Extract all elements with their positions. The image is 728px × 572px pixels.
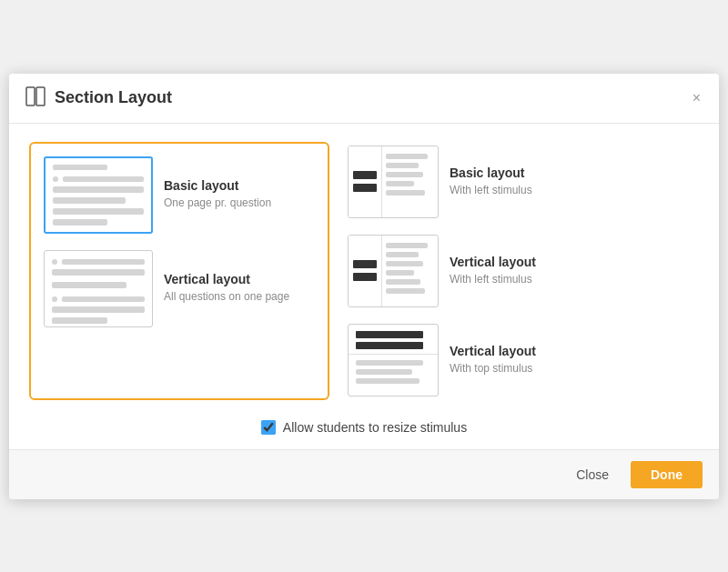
- stim-line-v6: [386, 288, 425, 294]
- modal-footer: Close Done: [9, 449, 719, 499]
- thumb-line: [53, 165, 107, 170]
- stim-line-3: [386, 172, 423, 177]
- layout-group-left: Basic layout One page pr. question: [29, 142, 329, 400]
- svg-rect-1: [36, 87, 45, 105]
- stim-left-2: [349, 236, 381, 306]
- stim-line-v4: [386, 270, 414, 276]
- stim-bar-1: [353, 171, 377, 179]
- section-layout-modal: Section Layout ×: [9, 74, 719, 499]
- layout-name-basic: Basic layout: [164, 178, 271, 193]
- stim-top-bar-2: [356, 342, 423, 349]
- stim-content-2: [381, 236, 438, 306]
- close-icon-button[interactable]: ×: [687, 87, 706, 109]
- layout-name-vls: Vertical layout: [450, 255, 536, 269]
- stim-line-1: [386, 154, 428, 159]
- layout-thumbnail-basic-left-stim: [348, 146, 439, 218]
- layout-desc-bls: With left stimulus: [450, 183, 532, 198]
- layout-card-vertical-left-stim[interactable]: Vertical layout With left stimulus: [344, 231, 699, 311]
- layout-desc-basic: One page pr. question: [164, 196, 271, 211]
- thumb-dot-line-v2: [62, 296, 145, 302]
- layout-thumbnail-vertical-left-stim: [348, 235, 439, 307]
- stim-line-v1: [386, 243, 428, 248]
- thumb-dot-v1: [52, 259, 57, 265]
- layout-name-vertical: Vertical layout: [164, 272, 289, 286]
- thumb-dot-line: [63, 176, 144, 182]
- stim-line-v2: [386, 252, 419, 257]
- thumb-line-v4: [52, 317, 107, 324]
- modal-title: Section Layout: [55, 88, 172, 107]
- stim-top: [349, 325, 438, 355]
- layout-card-basic[interactable]: Basic layout One page pr. question: [40, 153, 318, 237]
- resize-stimulus-label: Allow students to resize stimulus: [283, 420, 467, 435]
- stim-top-line-2: [356, 369, 412, 375]
- stim-content-1: [381, 146, 438, 217]
- stim-line-v5: [386, 279, 420, 285]
- layout-desc-vts: With top stimulus: [450, 361, 536, 376]
- thumb-line-full2: [53, 208, 144, 215]
- done-button[interactable]: Done: [631, 461, 703, 488]
- layout-desc-vls: With left stimulus: [450, 272, 536, 287]
- close-button[interactable]: Close: [563, 461, 622, 488]
- modal-header: Section Layout ×: [9, 74, 719, 124]
- stim-top-line-1: [356, 360, 423, 366]
- thumb-dot-row-v1: [52, 259, 145, 265]
- thumb-line-med: [53, 197, 126, 204]
- svg-rect-0: [26, 87, 35, 105]
- layout-thumbnail-vertical-top-stim: [348, 324, 439, 396]
- layout-card-basic-left-stim[interactable]: Basic layout With left stimulus: [344, 142, 699, 222]
- layout-thumbnail-basic: [44, 156, 153, 234]
- resize-stimulus-checkbox[interactable]: [261, 420, 276, 435]
- stim-bar-v1: [353, 260, 377, 268]
- stim-line-2: [386, 163, 419, 168]
- layout-card-vertical[interactable]: Vertical layout All questions on one pag…: [40, 246, 318, 331]
- checkbox-row: Allow students to resize stimulus: [9, 413, 719, 449]
- thumb-dot-v2: [52, 296, 57, 302]
- section-layout-icon: [25, 86, 46, 110]
- layout-info-basic-left-stim: Basic layout With left stimulus: [450, 166, 532, 198]
- thumb-line-v2: [52, 282, 126, 288]
- stim-line-4: [386, 181, 414, 186]
- thumb-vert-rows: [52, 259, 145, 324]
- layout-thumbnail-vertical: [44, 250, 153, 327]
- layout-name-bls: Basic layout: [450, 166, 532, 180]
- layout-name-vts: Vertical layout: [450, 344, 536, 358]
- layout-desc-vertical: All questions on one page: [164, 289, 289, 305]
- layout-info-vertical-top-stim: Vertical layout With top stimulus: [450, 344, 536, 376]
- thumb-line-v1: [52, 269, 145, 276]
- thumb-dot-rows: [53, 176, 144, 226]
- layout-info-vertical: Vertical layout All questions on one pag…: [164, 272, 289, 305]
- modal-body: Basic layout One page pr. question: [9, 124, 719, 413]
- thumb-dot: [53, 176, 58, 182]
- thumb-line-full: [53, 186, 144, 193]
- stim-top-content: [349, 355, 438, 396]
- stim-line-v3: [386, 261, 423, 266]
- thumb-dot-line-v1: [62, 259, 145, 265]
- stim-line-5: [386, 190, 425, 196]
- thumb-line-short2: [53, 219, 107, 226]
- layout-info-vertical-left-stim: Vertical layout With left stimulus: [450, 255, 536, 287]
- stim-left-1: [349, 146, 381, 217]
- stim-bar-2: [353, 184, 377, 192]
- layout-info-basic: Basic layout One page pr. question: [164, 178, 271, 211]
- thumb-dot-row-v2: [52, 296, 145, 302]
- thumb-dot-row: [53, 176, 144, 182]
- stim-bar-v2: [353, 273, 377, 281]
- thumb-line-v3: [52, 306, 145, 313]
- layout-card-vertical-top-stim[interactable]: Vertical layout With top stimulus: [344, 320, 699, 400]
- stim-top-bar-1: [356, 331, 423, 338]
- layout-group-right: Basic layout With left stimulus: [344, 142, 699, 400]
- stim-top-line-3: [356, 378, 420, 384]
